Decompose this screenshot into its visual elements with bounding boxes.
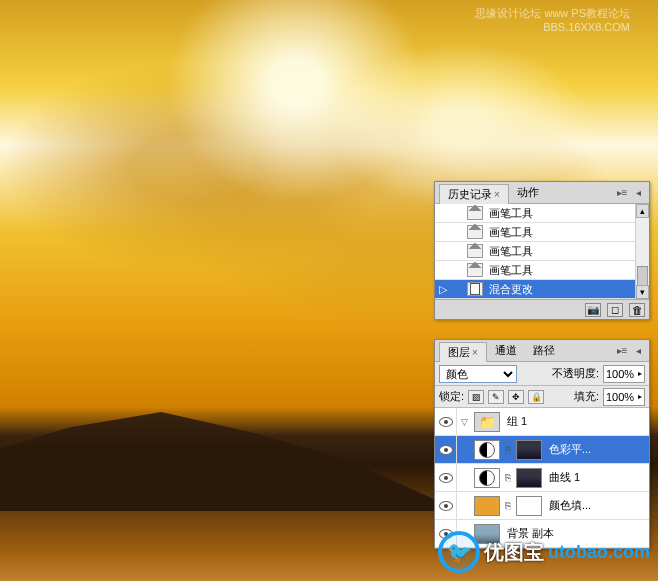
new-snapshot-icon[interactable]: ◻ (607, 303, 623, 317)
layer-row[interactable]: ⎘ 颜色填... (435, 492, 649, 520)
tab-channels[interactable]: 通道 (487, 341, 525, 360)
blend-mode-select[interactable]: 颜色 (439, 365, 517, 383)
panel-menu-icon[interactable]: ▸≡ (615, 186, 629, 200)
brand-logo-icon: 🐦 (438, 531, 480, 573)
history-scrollbar[interactable]: ▴ ▾ (635, 204, 649, 299)
folder-icon (474, 412, 500, 432)
watermark-line1: 思缘设计论坛 www PS教程论坛 (475, 6, 630, 21)
visibility-toggle[interactable] (435, 408, 457, 435)
visibility-toggle[interactable] (435, 436, 457, 463)
lock-position-icon[interactable]: ✥ (508, 390, 524, 404)
history-footer: 📷 ◻ (435, 299, 649, 319)
history-row[interactable]: 画笔工具 (435, 261, 649, 280)
dropdown-icon[interactable]: ▸ (638, 392, 642, 401)
history-row-selected[interactable]: ▷ 混合更改 (435, 280, 649, 299)
fill-field[interactable]: 100%▸ (603, 388, 645, 406)
layers-lock-row: 锁定: ▨ ✎ ✥ 🔒 填充: 100%▸ (435, 386, 649, 408)
lock-transparency-icon[interactable]: ▨ (468, 390, 484, 404)
tab-actions[interactable]: 动作 (509, 183, 547, 202)
lock-pixels-icon[interactable]: ✎ (488, 390, 504, 404)
history-row[interactable]: 画笔工具 (435, 223, 649, 242)
visibility-toggle[interactable] (435, 464, 457, 491)
layer-mask-thumb[interactable] (516, 468, 542, 488)
panel-collapse-icon[interactable]: ◂ (631, 344, 645, 358)
brand-name: 优图宝 (484, 539, 544, 566)
panel-menu-icon[interactable]: ▸≡ (615, 344, 629, 358)
dropdown-icon[interactable]: ▸ (638, 369, 642, 378)
history-marker-icon: ▷ (439, 283, 467, 296)
scroll-up-icon[interactable]: ▴ (636, 204, 649, 218)
watermark-line2: BBS.16XX8.COM (475, 21, 630, 33)
tab-close-icon[interactable]: × (494, 189, 500, 200)
group-twisty-icon[interactable]: ▽ (457, 417, 471, 427)
tab-close-icon[interactable]: × (472, 347, 478, 358)
history-list: 画笔工具 画笔工具 画笔工具 画笔工具 ▷ 混合更改 ▴ ▾ (435, 204, 649, 299)
layer-mask-thumb[interactable] (516, 496, 542, 516)
watermark-bottom: 🐦 优图宝 utobao.com (438, 531, 650, 573)
tab-history[interactable]: 历史记录× (439, 184, 509, 204)
history-row[interactable]: 画笔工具 (435, 204, 649, 223)
lock-all-icon[interactable]: 🔒 (528, 390, 544, 404)
link-icon: ⎘ (503, 500, 513, 511)
document-icon (467, 282, 483, 296)
brush-icon (467, 225, 483, 239)
layer-row-selected[interactable]: ⎘ 色彩平... (435, 436, 649, 464)
layers-options-row: 颜色 不透明度: 100%▸ (435, 362, 649, 386)
snapshot-icon[interactable]: 📷 (585, 303, 601, 317)
eye-icon (439, 445, 453, 455)
eye-icon (439, 501, 453, 511)
brand-domain: utobao.com (548, 542, 650, 563)
eye-icon (439, 417, 453, 427)
layer-list: ▽ 组 1 ⎘ 色彩平... ⎘ 曲线 1 ⎘ 颜色填... (435, 408, 649, 548)
brush-icon (467, 263, 483, 277)
link-icon: ⎘ (503, 472, 513, 483)
eye-icon (439, 473, 453, 483)
opacity-field[interactable]: 100%▸ (603, 365, 645, 383)
brush-icon (467, 206, 483, 220)
mountain-silhouette (0, 407, 461, 512)
watermark-top: 思缘设计论坛 www PS教程论坛 BBS.16XX8.COM (475, 6, 630, 33)
link-icon: ⎘ (503, 444, 513, 455)
adjustment-icon (474, 468, 500, 488)
layer-row[interactable]: ⎘ 曲线 1 (435, 464, 649, 492)
layer-mask-thumb[interactable] (516, 440, 542, 460)
tab-layers[interactable]: 图层× (439, 342, 487, 362)
history-panel: 历史记录× 动作 ▸≡ ◂ 画笔工具 画笔工具 画笔工具 画笔工具 ▷ (434, 181, 650, 320)
layer-row-group[interactable]: ▽ 组 1 (435, 408, 649, 436)
layers-panel: 图层× 通道 路径 ▸≡ ◂ 颜色 不透明度: 100%▸ 锁定: ▨ ✎ ✥ … (434, 339, 650, 549)
adjustment-icon (474, 440, 500, 460)
fill-label: 填充: (574, 389, 599, 404)
lock-label: 锁定: (439, 389, 464, 404)
opacity-label: 不透明度: (552, 366, 599, 381)
trash-icon[interactable] (629, 303, 645, 317)
panel-collapse-icon[interactable]: ◂ (631, 186, 645, 200)
color-fill-thumb (474, 496, 500, 516)
layers-panel-header: 图层× 通道 路径 ▸≡ ◂ (435, 340, 649, 362)
brush-icon (467, 244, 483, 258)
tab-paths[interactable]: 路径 (525, 341, 563, 360)
history-row[interactable]: 画笔工具 (435, 242, 649, 261)
visibility-toggle[interactable] (435, 492, 457, 519)
history-panel-header: 历史记录× 动作 ▸≡ ◂ (435, 182, 649, 204)
scroll-down-icon[interactable]: ▾ (636, 285, 649, 299)
